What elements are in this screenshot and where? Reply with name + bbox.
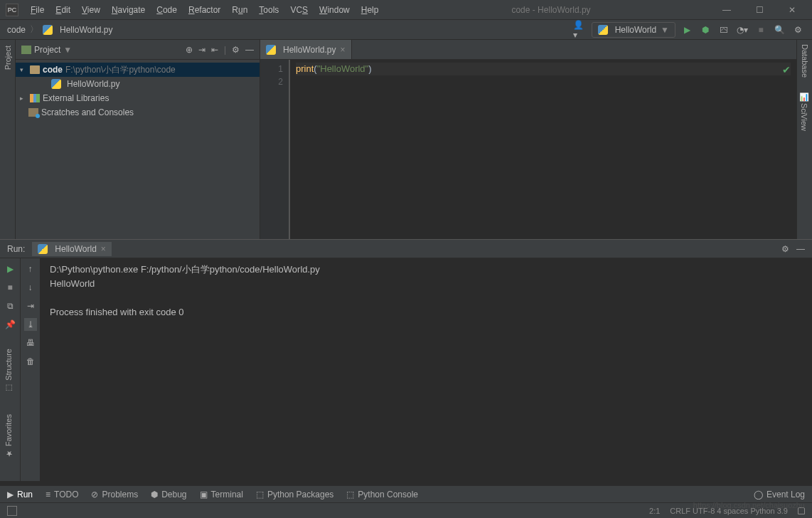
python-icon <box>598 25 608 35</box>
profile-button[interactable]: ◔▾ <box>735 23 749 37</box>
clear-icon[interactable]: 🗑 <box>24 355 37 368</box>
menu-edit[interactable]: Edit <box>50 3 75 17</box>
bottom-tool-bar: ▶Run ≡TODO ⊘Problems ⬢Debug ▣Terminal ⬚P… <box>0 485 812 502</box>
expand-icon[interactable]: ⇥ <box>198 45 205 55</box>
app-logo-icon: PC <box>6 4 18 16</box>
stop-button[interactable]: ■ <box>754 23 768 37</box>
navigation-bar: code 〉 HelloWorld.py 👤▾ HelloWorld ▼ ▶ ⬢… <box>0 20 812 40</box>
run-button[interactable]: ▶ <box>680 23 694 37</box>
left-bottom-gutter: ⬚ Structure ★ Favorites <box>0 349 16 458</box>
editor-body: 1 2 print("HelloWorld") ✔ <box>260 60 796 239</box>
project-tool-tab[interactable]: Project <box>4 46 12 70</box>
ide-settings-button[interactable]: ⚙ <box>791 23 805 37</box>
favorites-tool-tab[interactable]: ★ Favorites <box>4 414 13 458</box>
run-panel-title: Run: <box>7 244 25 254</box>
python-icon <box>38 244 48 254</box>
tree-scratches[interactable]: Scratches and Consoles <box>16 105 260 120</box>
menu-view[interactable]: View <box>77 3 105 17</box>
layout-button[interactable]: ⧉ <box>4 300 16 312</box>
settings-icon[interactable]: ⚙ <box>781 244 789 254</box>
tool-window-toggle-icon[interactable] <box>7 506 17 516</box>
bottom-tab-terminal[interactable]: ▣Terminal <box>200 490 243 500</box>
menu-run[interactable]: Run <box>227 3 252 17</box>
project-tree: ▾ code F:\python\小白学python\code HelloWor… <box>16 60 260 122</box>
right-tool-gutter: Database 📊 SciView <box>796 40 812 239</box>
watermark-text: https://blog.csdn.net/chaisuozhu <box>693 501 805 509</box>
run-panel-body: ▶ ■ ⧉ 📌 ↑ ↓ ⇥ ⤓ 🖶 🗑 D:\Python\python.exe… <box>0 258 812 481</box>
sciview-tool-tab[interactable]: 📊 SciView <box>800 92 809 131</box>
editor-tab[interactable]: HelloWorld.py × <box>260 40 352 59</box>
hide-icon[interactable]: — <box>796 244 805 254</box>
pin-button[interactable]: 📌 <box>4 318 16 331</box>
maximize-button[interactable]: ☐ <box>745 0 774 20</box>
inspection-ok-icon[interactable]: ✔ <box>782 64 791 75</box>
menu-code[interactable]: Code <box>151 3 182 17</box>
project-panel-title[interactable]: Project ▼ <box>21 45 181 55</box>
bottom-tab-pypackages[interactable]: ⬚Python Packages <box>256 490 333 500</box>
project-panel: Project ▼ ⊕ ⇥ ⇤ | ⚙ — ▾ code F:\python\小… <box>16 40 260 239</box>
soft-wrap-icon[interactable]: ⇥ <box>24 300 37 312</box>
run-panel: Run: HelloWorld × ⚙ — ▶ ■ ⧉ 📌 ↑ ↓ ⇥ ⤓ 🖶 … <box>0 239 812 481</box>
run-panel-header: Run: HelloWorld × ⚙ — <box>0 240 812 258</box>
python-file-icon <box>266 45 276 55</box>
run-output-buttons: ↑ ↓ ⇥ ⤓ 🖶 🗑 <box>20 258 40 481</box>
menu-window[interactable]: Window <box>314 3 355 17</box>
run-configuration-dropdown[interactable]: HelloWorld ▼ <box>592 22 675 38</box>
search-button[interactable]: 🔍 <box>772 23 786 37</box>
structure-tool-tab[interactable]: ⬚ Structure <box>4 349 13 393</box>
collapse-icon[interactable]: ⇤ <box>211 45 218 55</box>
settings-icon[interactable]: ⚙ <box>232 45 240 55</box>
menu-help[interactable]: Help <box>356 3 384 17</box>
left-tool-gutter: Project <box>0 40 16 239</box>
tree-file[interactable]: HelloWorld.py <box>16 77 260 91</box>
bottom-tab-run[interactable]: ▶Run <box>7 490 33 500</box>
bottom-tab-todo[interactable]: ≡TODO <box>46 490 78 500</box>
editor-area: HelloWorld.py × 1 2 print("HelloWorld") … <box>260 40 796 239</box>
hide-icon[interactable]: — <box>245 45 254 55</box>
event-log-button[interactable]: ◯Event Log <box>754 490 805 500</box>
rerun-button[interactable]: ▶ <box>4 263 16 275</box>
down-icon[interactable]: ↓ <box>24 281 37 294</box>
breadcrumb-file[interactable]: HelloWorld.py <box>60 25 112 35</box>
menu-navigate[interactable]: Navigate <box>107 3 150 17</box>
console-output[interactable]: D:\Python\python.exe F:/python/小白学python… <box>40 258 812 481</box>
tree-external-libs[interactable]: ▸ External Libraries <box>16 91 260 105</box>
print-icon[interactable]: 🖶 <box>24 337 37 349</box>
tree-root-folder[interactable]: ▾ code F:\python\小白学python\code <box>16 63 260 77</box>
scroll-to-end-icon[interactable]: ⤓ <box>24 318 37 331</box>
run-config-label: HelloWorld <box>615 25 656 35</box>
window-title: code - HelloWorld.py <box>511 5 590 15</box>
bottom-tab-problems[interactable]: ⊘Problems <box>91 490 138 500</box>
project-view-icon <box>21 46 31 54</box>
menu-tools[interactable]: Tools <box>254 3 284 17</box>
main-area: Project Project ▼ ⊕ ⇥ ⇤ | ⚙ — ▾ code <box>0 40 812 239</box>
chevron-down-icon: ▾ <box>20 66 27 73</box>
menu-vcs[interactable]: VCS <box>285 3 313 17</box>
breadcrumb-root[interactable]: code <box>7 25 26 35</box>
close-button[interactable]: ✕ <box>778 0 806 20</box>
run-panel-tab[interactable]: HelloWorld × <box>32 242 111 256</box>
menu-refactor[interactable]: Refactor <box>183 3 225 17</box>
line-number-gutter: 1 2 <box>260 60 289 239</box>
close-tab-icon[interactable]: × <box>340 45 345 55</box>
status-bar: 2:1 CRLF UTF-8 4 spaces Python 3.9 <box>0 502 812 518</box>
user-icon[interactable]: 👤▾ <box>573 20 587 40</box>
close-tab-icon[interactable]: × <box>101 244 106 254</box>
python-file-icon <box>43 25 53 35</box>
line-number: 1 <box>260 63 283 75</box>
window-controls: — ☐ ✕ <box>712 0 806 20</box>
code-editor[interactable]: print("HelloWorld") ✔ <box>290 60 796 239</box>
menu-file[interactable]: File <box>26 3 49 17</box>
caret-position[interactable]: 2:1 <box>649 507 660 515</box>
up-icon[interactable]: ↑ <box>24 263 37 275</box>
bottom-tab-debug[interactable]: ⬢Debug <box>151 490 186 500</box>
minimize-button[interactable]: — <box>712 0 741 20</box>
menu-bar: File Edit View Navigate Code Refactor Ru… <box>26 3 383 17</box>
chevron-right-icon: ▸ <box>20 95 27 102</box>
debug-button[interactable]: ⬢ <box>698 23 712 37</box>
locate-icon[interactable]: ⊕ <box>186 45 193 55</box>
coverage-button[interactable]: ⮹ <box>717 23 731 37</box>
bottom-tab-pyconsole[interactable]: ⬚Python Console <box>346 490 418 500</box>
stop-button[interactable]: ■ <box>4 281 16 294</box>
database-tool-tab[interactable]: Database <box>801 44 809 78</box>
